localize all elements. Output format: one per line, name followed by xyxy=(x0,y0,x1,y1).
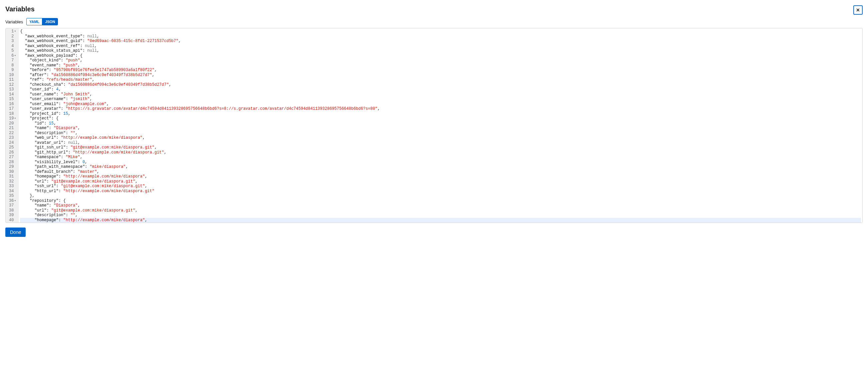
code-line[interactable]: "user_avatar": "https://s.gravatar.com/a… xyxy=(20,106,861,111)
line-number: 33 xyxy=(9,184,16,189)
line-number: 30 xyxy=(9,169,16,174)
fold-toggle-icon[interactable]: ▾ xyxy=(14,29,16,34)
code-line[interactable]: "user_name": "John Smith", xyxy=(20,92,861,97)
modal-title: Variables xyxy=(5,5,35,13)
line-number: 9 xyxy=(9,68,16,73)
line-number: 17 xyxy=(9,106,16,111)
line-number: 20 xyxy=(9,121,16,126)
json-toggle-button[interactable]: JSON xyxy=(42,18,58,25)
line-number: 26 xyxy=(9,150,16,155)
code-line[interactable]: "user_username": "jsmith", xyxy=(20,97,861,102)
code-line[interactable]: "description": "", xyxy=(20,131,861,136)
code-line[interactable]: "homepage": "http://example.com/mike/dia… xyxy=(20,218,861,223)
line-number: 6▾ xyxy=(9,53,16,58)
line-number: 29 xyxy=(9,165,16,169)
code-line[interactable]: "awx_webhook_event_guid": "0ed69aac-6035… xyxy=(20,39,861,44)
code-line[interactable]: "project_id": 15, xyxy=(20,111,861,116)
code-line[interactable]: "awx_webhook_event_ref": null, xyxy=(20,44,861,49)
code-line[interactable]: "awx_webhook_status_api": null, xyxy=(20,48,861,53)
code-line[interactable]: "name": "Diaspora", xyxy=(20,203,861,208)
code-line[interactable]: }, xyxy=(20,194,861,198)
code-line[interactable]: "repository": { xyxy=(20,198,861,203)
line-number: 18 xyxy=(9,111,16,116)
code-line[interactable]: "git_ssh_url": "git@example.com:mike/dia… xyxy=(20,145,861,150)
line-number: 22 xyxy=(9,131,16,136)
code-line[interactable]: { xyxy=(20,29,861,34)
fold-toggle-icon[interactable]: ▾ xyxy=(14,53,16,58)
code-line[interactable]: "url": "git@example.com:mike/diaspora.gi… xyxy=(20,179,861,184)
code-line[interactable]: "id": 15, xyxy=(20,121,861,126)
code-line[interactable]: "http_url": "http://example.com/mike/dia… xyxy=(20,189,861,194)
line-number: 4 xyxy=(9,44,16,49)
variables-toolbar: Variables YAML JSON xyxy=(5,18,863,25)
code-line[interactable]: "ssh_url": "git@example.com:mike/diaspor… xyxy=(20,184,861,189)
code-line[interactable]: "project": { xyxy=(20,116,861,121)
line-number: 16 xyxy=(9,102,16,107)
code-line[interactable]: "url": "git@example.com:mike/diaspora.gi… xyxy=(20,208,861,213)
code-line[interactable]: "after": "da1560886d4f094c3e6c9ef40349f7… xyxy=(20,73,861,78)
line-number: 19▾ xyxy=(9,116,16,121)
line-number: 15 xyxy=(9,97,16,102)
close-icon: ✕ xyxy=(856,7,860,13)
line-number: 21 xyxy=(9,126,16,131)
format-toggle-group: YAML JSON xyxy=(26,18,58,25)
code-line[interactable]: "user_id": 4, xyxy=(20,87,861,92)
line-number: 38 xyxy=(9,208,16,213)
code-line[interactable]: "before": "95790bf891e76fee5e1747ab58990… xyxy=(20,68,861,73)
fold-toggle-icon[interactable]: ▾ xyxy=(14,116,16,121)
code-line[interactable]: "awx_webhook_payload": { xyxy=(20,53,861,58)
variables-modal: Variables ✕ Variables YAML JSON 1▾23456▾… xyxy=(0,0,868,242)
code-line[interactable]: "name": "Diaspora", xyxy=(20,126,861,131)
line-number: 35 xyxy=(9,194,16,198)
line-number: 32 xyxy=(9,179,16,184)
line-number: 23 xyxy=(9,135,16,140)
line-number: 2 xyxy=(9,34,16,39)
line-number: 24 xyxy=(9,140,16,145)
code-line[interactable]: "user_email": "john@example.com", xyxy=(20,102,861,107)
line-number: 10 xyxy=(9,73,16,78)
line-number: 1▾ xyxy=(9,29,16,34)
code-line[interactable]: "web_url": "http://example.com/mike/dias… xyxy=(20,135,861,140)
code-line[interactable]: "description": "", xyxy=(20,213,861,218)
line-number: 5 xyxy=(9,48,16,53)
code-line[interactable]: "default_branch": "master", xyxy=(20,169,861,174)
done-button[interactable]: Done xyxy=(5,227,26,237)
line-number: 25 xyxy=(9,145,16,150)
fold-toggle-icon[interactable]: ▾ xyxy=(14,198,16,203)
variables-label: Variables xyxy=(5,19,23,24)
code-line[interactable]: "homepage": "http://example.com/mike/dia… xyxy=(20,174,861,179)
line-number: 31 xyxy=(9,174,16,179)
line-number: 28 xyxy=(9,160,16,165)
line-number: 3 xyxy=(9,39,16,44)
code-line[interactable]: "awx_webhook_event_type": null, xyxy=(20,34,861,39)
line-number: 36▾ xyxy=(9,198,16,203)
code-line[interactable]: "avatar_url": null, xyxy=(20,140,861,145)
code-line[interactable]: "git_http_url": "http://example.com/mike… xyxy=(20,150,861,155)
line-number: 8 xyxy=(9,63,16,68)
code-line[interactable]: "object_kind": "push", xyxy=(20,58,861,63)
code-line[interactable]: "ref": "refs/heads/master", xyxy=(20,77,861,82)
close-button[interactable]: ✕ xyxy=(854,5,863,15)
modal-header: Variables ✕ xyxy=(5,5,863,15)
code-editor-container: 1▾23456▾78910111213141516171819▾20212223… xyxy=(5,28,863,223)
code-line[interactable]: "path_with_namespace": "mike/diaspora", xyxy=(20,165,861,169)
line-number: 40 xyxy=(9,218,16,223)
line-number: 14 xyxy=(9,92,16,97)
line-number: 34 xyxy=(9,189,16,194)
yaml-toggle-button[interactable]: YAML xyxy=(26,18,42,25)
line-number: 7 xyxy=(9,58,16,63)
line-number: 11 xyxy=(9,77,16,82)
code-line[interactable]: "visibility_level": 0, xyxy=(20,160,861,165)
line-number-gutter: 1▾23456▾78910111213141516171819▾20212223… xyxy=(6,28,19,223)
line-number: 27 xyxy=(9,155,16,160)
line-number: 37 xyxy=(9,203,16,208)
code-line[interactable]: "event_name": "push", xyxy=(20,63,861,68)
code-editor[interactable]: 1▾23456▾78910111213141516171819▾20212223… xyxy=(6,28,862,223)
line-number: 13 xyxy=(9,87,16,92)
code-line[interactable]: "checkout_sha": "da1560886d4f094c3e6c9ef… xyxy=(20,82,861,87)
code-content[interactable]: { "awx_webhook_event_type": null, "awx_w… xyxy=(19,28,862,223)
modal-footer: Done xyxy=(5,227,863,237)
code-line[interactable]: "namespace": "Mike", xyxy=(20,155,861,160)
line-number: 39 xyxy=(9,213,16,218)
line-number: 12 xyxy=(9,82,16,87)
